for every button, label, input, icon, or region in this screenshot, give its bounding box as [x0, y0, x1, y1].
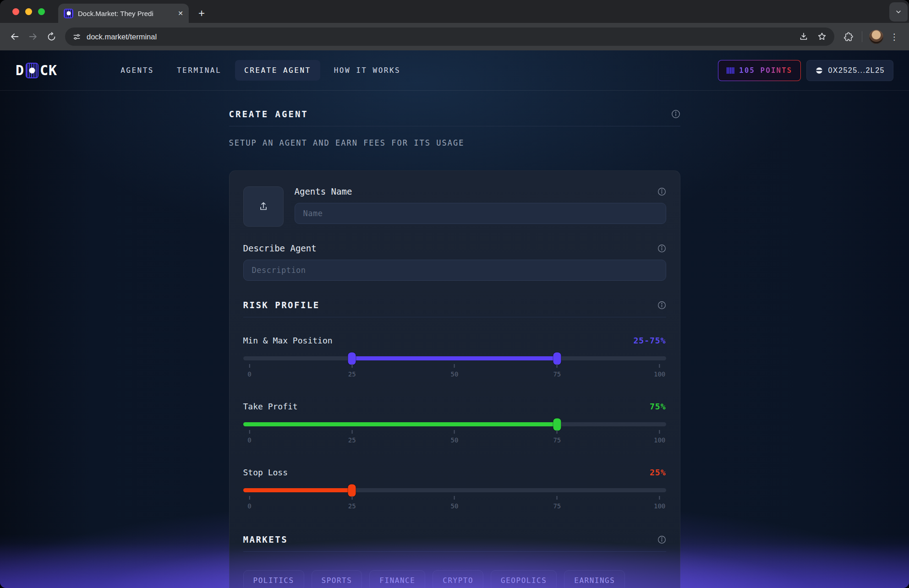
- slider-label-min-max-position: Min & Max Position: [243, 336, 333, 345]
- agent-description-input[interactable]: [243, 260, 666, 281]
- site-settings-icon[interactable]: [72, 33, 81, 41]
- forward-arrow-icon: [28, 32, 38, 42]
- title-divider: [229, 126, 680, 126]
- slider-value-take-profit: 75%: [650, 402, 666, 411]
- avatar: [869, 30, 883, 44]
- nav-item-create-agent[interactable]: CREATE AGENT: [235, 60, 320, 81]
- tab-title: Dock.Market: They Predi: [78, 10, 173, 17]
- create-agent-page: CREATE AGENT SETUP AN AGENT AND EARN FEE…: [229, 109, 680, 588]
- market-chip-crypto[interactable]: CRYPTO: [433, 570, 483, 588]
- info-icon[interactable]: [671, 109, 680, 119]
- slider-tick-25: 25: [348, 496, 356, 510]
- slider-track-min-max-position[interactable]: [243, 356, 666, 360]
- slider-tick-50: 50: [451, 496, 459, 510]
- profile-avatar[interactable]: [867, 27, 885, 46]
- slider-value-stop-loss: 25%: [650, 468, 666, 477]
- nav-item-agents[interactable]: AGENTS: [111, 60, 163, 81]
- new-tab-button[interactable]: +: [194, 6, 209, 21]
- markets-heading: MARKETS: [243, 534, 288, 544]
- dock-logo[interactable]: D CK: [16, 62, 57, 78]
- market-chip-geopolics[interactable]: GEOPOLICS: [491, 570, 557, 588]
- slider-label-take-profit: Take Profit: [243, 402, 298, 411]
- bookmark-star-icon[interactable]: [817, 32, 827, 42]
- close-window-button[interactable]: [12, 8, 19, 15]
- risk-profile-heading: RISK PROFILE: [243, 300, 320, 310]
- agents-name-label: Agents Name: [295, 186, 352, 196]
- site-page: D CK AGENTSTERMINALCREATE AGENTHOW IT WO…: [0, 50, 909, 588]
- wallet-button[interactable]: 0X2525...2L25: [806, 60, 893, 81]
- download-icon[interactable]: [799, 32, 809, 42]
- slider-tick-100: 100: [654, 430, 665, 444]
- address-bar[interactable]: dock.market/terminal: [65, 27, 834, 46]
- browser-menu-button[interactable]: ⋮: [885, 27, 904, 46]
- slider-ticks-take-profit: 0255075100: [243, 430, 666, 449]
- logo-letter-d: D: [16, 62, 24, 78]
- slider-fill-min-max-position: [352, 356, 557, 360]
- points-bars-icon: [727, 67, 734, 74]
- slider-track-take-profit[interactable]: [243, 422, 666, 426]
- reload-button[interactable]: [42, 27, 60, 46]
- info-icon[interactable]: [657, 301, 666, 310]
- chevron-down-icon: [895, 8, 902, 16]
- risk-profile-divider: [243, 317, 666, 317]
- browser-tab[interactable]: Dock.Market: They Predi ✕: [58, 4, 189, 23]
- slider-track-stop-loss[interactable]: [243, 488, 666, 492]
- points-label: 105 POINTS: [739, 66, 792, 75]
- market-chip-earnings[interactable]: EARNINGS: [564, 570, 625, 588]
- points-badge[interactable]: 105 POINTS: [718, 60, 801, 81]
- minimize-window-button[interactable]: [25, 8, 32, 15]
- slider-tick-75: 75: [553, 430, 561, 444]
- slider-fill-stop-loss: [243, 488, 352, 492]
- slider-handle-min-max-position-25[interactable]: [348, 352, 356, 365]
- back-arrow-icon: [10, 32, 20, 42]
- slider-tick-50: 50: [451, 430, 459, 444]
- info-icon[interactable]: [657, 535, 666, 544]
- back-button[interactable]: [5, 27, 24, 46]
- wallet-address: 0X2525...2L25: [828, 66, 885, 75]
- coin-icon: [815, 66, 823, 75]
- slider-fill-take-profit: [243, 422, 557, 426]
- nav-item-terminal[interactable]: TERMINAL: [168, 60, 230, 81]
- agent-name-input[interactable]: [295, 203, 666, 224]
- browser-window: Dock.Market: They Predi ✕ + dock.market/…: [0, 0, 909, 588]
- slider-handle-stop-loss-25[interactable]: [348, 484, 356, 496]
- tab-search-button[interactable]: [889, 2, 908, 22]
- upload-icon: [257, 201, 269, 212]
- toolbar-divider: [862, 31, 862, 42]
- slider-tick-25: 25: [348, 430, 356, 444]
- window-controls: [12, 8, 45, 15]
- slider-tick-50: 50: [451, 364, 459, 378]
- site-nav: D CK AGENTSTERMINALCREATE AGENTHOW IT WO…: [0, 50, 909, 91]
- slider-handle-min-max-position-75[interactable]: [553, 352, 561, 365]
- slider-min-max-position: Min & Max Position25-75%0255075100: [243, 336, 666, 383]
- page-subtitle: SETUP AN AGENT AND EARN FEES FOR ITS USA…: [229, 138, 680, 147]
- slider-ticks-stop-loss: 0255075100: [243, 496, 666, 515]
- market-chips: POLITICSSPORTSFINANCECRYPTOGEOPOLICSEARN…: [243, 570, 666, 588]
- logo-letters-ck: CK: [40, 62, 57, 78]
- browser-toolbar: dock.market/terminal ⋮: [0, 23, 909, 50]
- info-icon[interactable]: [657, 187, 666, 196]
- nav-menu: AGENTSTERMINALCREATE AGENTHOW IT WORKS: [111, 60, 410, 81]
- nav-right: 105 POINTS 0X2525...2L25: [718, 60, 893, 81]
- market-chip-finance[interactable]: FINANCE: [369, 570, 425, 588]
- info-icon[interactable]: [657, 244, 666, 253]
- tab-strip: Dock.Market: They Predi ✕ +: [0, 0, 909, 23]
- slider-stop-loss: Stop Loss25%0255075100: [243, 468, 666, 515]
- nav-item-how-it-works[interactable]: HOW IT WORKS: [325, 60, 410, 81]
- markets-divider: [243, 551, 666, 552]
- slider-tick-25: 25: [348, 364, 356, 378]
- reload-icon: [47, 32, 56, 42]
- avatar-upload-button[interactable]: [243, 186, 284, 227]
- slider-value-min-max-position: 25-75%: [633, 336, 666, 345]
- slider-label-stop-loss: Stop Loss: [243, 468, 288, 477]
- url-text[interactable]: dock.market/terminal: [87, 33, 793, 41]
- tab-close-icon[interactable]: ✕: [178, 10, 183, 16]
- slider-tick-100: 100: [654, 364, 665, 378]
- market-chip-sports[interactable]: SPORTS: [312, 570, 362, 588]
- forward-button[interactable]: [24, 27, 42, 46]
- fullscreen-window-button[interactable]: [38, 8, 45, 15]
- slider-handle-take-profit-75[interactable]: [553, 418, 561, 430]
- slider-tick-0: 0: [247, 364, 251, 378]
- market-chip-politics[interactable]: POLITICS: [243, 570, 304, 588]
- extensions-button[interactable]: [839, 27, 857, 46]
